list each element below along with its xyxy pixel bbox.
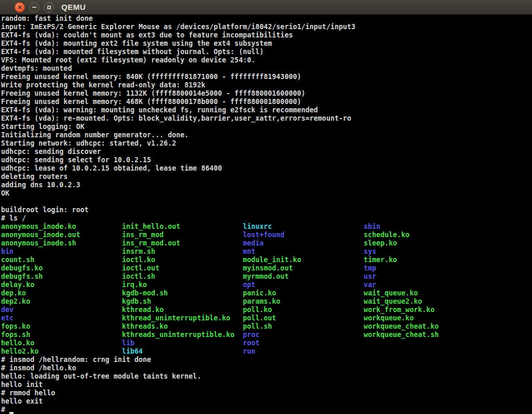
terminal-line: VFS: Mounted root (ext2 filesystem) read…	[1, 56, 532, 64]
window-title: QEMU	[61, 0, 86, 15]
terminal-screen[interactable]: random: fast init doneinput: ImExPS/2 Ge…	[0, 15, 532, 414]
file-entry: hello.ko	[1, 339, 122, 347]
file-entry: kthreads.ko	[122, 322, 243, 330]
file-entry: poll.out	[243, 314, 364, 322]
minimize-button[interactable]	[29, 2, 39, 12]
file-listing-row: anonymous_inode.ko init_hello.out linuxr…	[1, 223, 532, 231]
terminal-line: Freeing unused kernel memory: 840K (ffff…	[1, 73, 532, 81]
file-listing-row: delay.ko irq.ko opt var	[1, 281, 532, 289]
minimize-icon	[32, 7, 36, 8]
file-entry: lib64	[122, 347, 243, 355]
file-entry: workqueue.ko	[364, 314, 485, 322]
file-entry: var	[364, 281, 485, 289]
file-entry: sbin	[364, 223, 485, 230]
file-entry: dep2.ko	[1, 297, 122, 305]
file-entry: sleep.ko	[364, 239, 485, 247]
file-entry: panic.ko	[243, 289, 364, 297]
file-entry: ins_rm_mod	[122, 231, 243, 239]
file-entry: anonymous_inode.ko	[1, 223, 122, 230]
terminal-line: hello: loading out-of-tree module taints…	[1, 372, 532, 381]
file-entry: workqueue_cheat.sh	[364, 331, 485, 339]
file-entry: fops.sh	[1, 331, 122, 339]
file-entry: lib	[122, 339, 243, 347]
terminal-line: EXT4-fs (vda): mounted filesystem withou…	[1, 48, 532, 56]
terminal-line: # insmod /hello.ko	[1, 364, 532, 372]
file-entry: delay.ko	[1, 281, 122, 289]
file-entry: root	[243, 339, 364, 347]
file-entry: usr	[364, 273, 485, 280]
file-entry: debugfs.ko	[1, 264, 122, 272]
close-button[interactable]: ✕	[15, 2, 25, 12]
file-entry: poll.ko	[243, 306, 364, 314]
file-entry: workqueue_cheat.ko	[364, 322, 485, 330]
file-entry: kthreads_uninterruptible.ko	[122, 331, 243, 339]
file-listing-row: etc kthread_uninterruptible.ko poll.out …	[1, 314, 532, 322]
terminal-line: # insmod /hellrandom: crng init done	[1, 356, 532, 364]
terminal-line: udhcpc: sending discover	[1, 148, 532, 156]
terminal-line: hello exit	[1, 397, 532, 406]
file-entry: ioctl.sh	[122, 273, 243, 280]
file-entry: run	[243, 347, 364, 355]
file-entry: debugfs.sh	[1, 273, 122, 280]
file-listing-row: fops.sh kthreads_uninterruptible.ko proc…	[1, 331, 532, 339]
qemu-window: ✕ QEMU random: fast init doneinput: ImEx…	[0, 0, 532, 414]
file-listing-row: hello2.ko lib64 run	[1, 347, 532, 356]
file-entry: hello2.ko	[1, 347, 122, 355]
terminal-line: Freeing unused kernel memory: 468K (ffff…	[1, 98, 532, 106]
terminal-line: input: ImExPS/2 Generic Explorer Mouse a…	[1, 23, 532, 31]
boot-log: random: fast init doneinput: ImExPS/2 Ge…	[1, 15, 532, 223]
terminal-line: udhcpc: sending select for 10.0.2.15	[1, 156, 532, 164]
file-entry: lost+found	[243, 231, 364, 239]
file-listing-row: fops.ko kthreads.ko poll.sh workqueue_ch…	[1, 322, 532, 331]
file-listing-row: hello.ko lib root	[1, 339, 532, 347]
file-listing-row: anonymous_inode.out ins_rm_mod lost+foun…	[1, 231, 532, 239]
file-listing: anonymous_inode.ko init_hello.out linuxr…	[1, 223, 532, 356]
file-entry: linuxrc	[243, 223, 364, 230]
file-entry: mnt	[243, 248, 364, 255]
maximize-icon	[47, 6, 51, 9]
file-entry: bin	[1, 248, 122, 255]
file-entry: ioctl.out	[122, 264, 243, 272]
file-entry: wait_queue.ko	[364, 289, 485, 297]
file-entry: timer.ko	[364, 256, 485, 264]
terminal-line: Starting logging: OK	[1, 123, 532, 131]
prompt-text: #	[1, 406, 9, 413]
file-entry: work_from_work.ko	[364, 306, 485, 314]
file-entry: anonymous_inode.sh	[1, 239, 122, 247]
file-entry: myrmmod.out	[243, 273, 364, 280]
file-entry: media	[243, 239, 364, 247]
file-listing-row: dev kthread.ko poll.ko work_from_work.ko	[1, 306, 532, 314]
file-entry: wait_queue2.ko	[364, 297, 485, 305]
file-listing-row: debugfs.ko ioctl.out myinsmod.out tmp	[1, 264, 532, 273]
file-entry: params.ko	[243, 297, 364, 305]
terminal-line: Starting network: udhcpc: started, v1.26…	[1, 139, 532, 148]
file-entry: myinsmod.out	[243, 264, 364, 272]
file-entry: dep.ko	[1, 289, 122, 297]
file-listing-row: debugfs.sh ioctl.sh myrmmod.out usr	[1, 273, 532, 281]
terminal-line: Write protecting the kernel read-only da…	[1, 81, 532, 89]
terminal-line: OK	[1, 189, 532, 198]
file-listing-row: dep2.ko kgdb.sh params.ko wait_queue2.ko	[1, 297, 532, 306]
window-titlebar[interactable]: ✕ QEMU	[0, 0, 532, 15]
file-entry: kthread_uninterruptible.ko	[122, 314, 243, 322]
file-listing-row: dep.ko kgdb-mod.sh panic.ko wait_queue.k…	[1, 289, 532, 297]
terminal-line: # ls /	[1, 214, 532, 223]
terminal-line: Initializing random number generator... …	[1, 131, 532, 139]
file-listing-row: count.sh ioctl.ko module_init.ko timer.k…	[1, 256, 532, 264]
text-cursor	[9, 406, 14, 414]
terminal-line: deleting routers	[1, 173, 532, 181]
file-entry: ins_rm_mod.out	[122, 239, 243, 247]
file-entry: kgdb-mod.sh	[122, 289, 243, 297]
close-icon: ✕	[17, 5, 22, 10]
terminal-line: devtmpfs: mounted	[1, 64, 532, 73]
file-entry: dev	[1, 306, 122, 314]
terminal-line: # rmmod hello	[1, 389, 532, 397]
maximize-button[interactable]	[44, 2, 54, 12]
file-entry: opt	[243, 281, 364, 289]
file-entry: poll.sh	[243, 322, 364, 330]
file-entry: irq.ko	[122, 281, 243, 289]
terminal-line: EXT4-fs (vda): re-mounted. Opts: block_v…	[1, 114, 532, 123]
file-entry: etc	[1, 314, 122, 322]
file-entry: insrm.sh	[122, 248, 243, 255]
file-entry: kgdb.sh	[122, 297, 243, 305]
